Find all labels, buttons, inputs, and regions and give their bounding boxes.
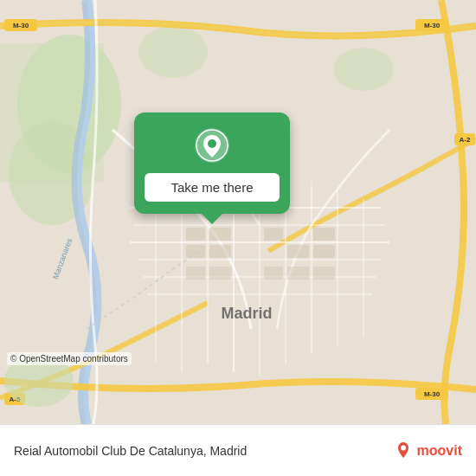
svg-rect-34 [209, 228, 231, 241]
svg-text:A-2: A-2 [460, 136, 471, 144]
osm-copyright: © OpenStreetMap contributors [7, 352, 132, 365]
svg-rect-36 [186, 245, 205, 258]
location-name: Reial Automobil Club De Catalunya, Madri… [14, 444, 247, 458]
svg-rect-44 [287, 267, 309, 280]
svg-text:M-30: M-30 [424, 390, 441, 398]
svg-rect-41 [186, 267, 205, 280]
bottom-bar: Reial Automobil Club De Catalunya, Madri… [0, 424, 476, 476]
svg-text:Madrid: Madrid [221, 305, 272, 322]
svg-rect-38 [287, 245, 309, 258]
take-me-there-button[interactable]: Take me there [145, 173, 280, 202]
svg-rect-43 [264, 267, 283, 280]
svg-rect-39 [313, 228, 335, 241]
svg-point-49 [208, 139, 216, 148]
svg-rect-45 [313, 267, 335, 280]
svg-rect-42 [209, 267, 231, 280]
svg-point-4 [138, 26, 208, 78]
location-info: Reial Automobil Club De Catalunya, Madri… [14, 444, 247, 458]
moovit-logo: moovit [393, 441, 462, 461]
svg-rect-37 [209, 245, 231, 258]
svg-text:M-30: M-30 [424, 22, 441, 29]
svg-point-50 [401, 445, 406, 450]
map-container[interactable]: M-30 M-30 M-30 A-2 A-5 Madrid Manzanares [0, 0, 476, 424]
moovit-label: moovit [417, 443, 462, 459]
moovit-pin-icon [393, 441, 414, 461]
svg-point-5 [333, 48, 394, 91]
svg-text:M-30: M-30 [13, 22, 29, 29]
svg-rect-33 [186, 228, 205, 241]
location-pin-icon [193, 126, 231, 164]
svg-rect-40 [313, 245, 335, 258]
popup-card: Take me there [134, 113, 290, 214]
svg-rect-35 [264, 228, 283, 241]
